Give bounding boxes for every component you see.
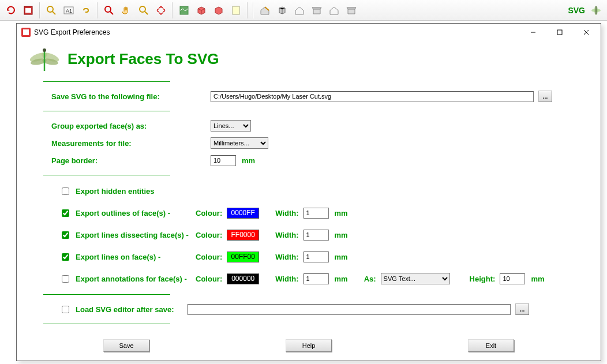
save-file-input[interactable] — [211, 91, 534, 102]
annot-width-input[interactable] — [304, 273, 329, 284]
svg-toolbar-label: SVG — [568, 6, 585, 15]
dragonfly-icon[interactable] — [589, 3, 604, 18]
toolbar-separator — [172, 2, 173, 18]
svg-rect-10 — [180, 6, 188, 14]
dialog-heading: Export Faces To SVG — [68, 50, 219, 68]
outlines-colour-input[interactable] — [227, 208, 259, 219]
annot-as-select[interactable]: SVG Text... — [381, 273, 450, 284]
toolbar-separator — [39, 2, 40, 18]
width-label: Width: — [275, 209, 298, 217]
export-outlines-checkbox[interactable] — [62, 209, 69, 217]
export-dissect-label: Export lines dissecting face(s) - — [76, 231, 191, 239]
note-icon[interactable] — [228, 3, 243, 18]
home-icon[interactable] — [257, 3, 272, 18]
mm-unit: mm — [335, 275, 348, 283]
outlines-width-input[interactable] — [304, 208, 329, 219]
window-icon[interactable] — [21, 3, 36, 18]
group-as-select[interactable]: Lines... — [211, 120, 251, 132]
svg-point-8 — [140, 6, 145, 12]
openbox2-icon[interactable] — [344, 3, 359, 18]
hand-icon[interactable] — [119, 3, 134, 18]
toolbar-separator — [253, 2, 254, 18]
export-outlines-label: Export outlines of face(s) - — [76, 209, 191, 217]
export-annotations-label: Export annotations for face(s) - — [76, 275, 191, 283]
section-separator — [43, 324, 170, 324]
lineson-width-input[interactable] — [304, 252, 329, 262]
text-a1-icon[interactable]: A1 — [61, 3, 76, 18]
editor-path-input[interactable] — [188, 304, 511, 315]
svg-point-2 — [47, 6, 53, 12]
svg-rect-16 — [557, 30, 562, 35]
export-lineson-checkbox[interactable] — [62, 253, 69, 261]
svg-text:A1: A1 — [66, 8, 72, 14]
map-icon[interactable] — [177, 3, 192, 18]
svg-line-9 — [145, 12, 148, 14]
section-separator — [43, 294, 170, 295]
annot-height-input[interactable] — [500, 273, 525, 284]
titlebar: SVG Export Preferences — [17, 24, 601, 41]
save-button[interactable]: Save — [103, 339, 149, 352]
box2-icon[interactable] — [211, 3, 226, 18]
colour-label: Colour: — [196, 231, 222, 239]
app-toolbar: A1 SVG — [0, 0, 607, 21]
browse-editor-button[interactable]: ... — [515, 303, 529, 315]
dragonfly-logo-icon — [28, 44, 61, 73]
mm-unit: mm — [335, 231, 348, 239]
section-separator — [43, 175, 170, 175]
width-label: Width: — [275, 253, 298, 261]
page-border-input[interactable] — [211, 155, 236, 166]
exit-button[interactable]: Exit — [468, 339, 514, 352]
dissect-colour-input[interactable] — [227, 230, 259, 241]
annot-colour-input[interactable] — [227, 273, 259, 284]
refresh-icon[interactable] — [3, 3, 18, 18]
section-separator — [43, 111, 170, 111]
maximize-button[interactable] — [546, 24, 573, 41]
measurements-select[interactable]: Millimeters... — [211, 137, 268, 149]
browse-file-button[interactable]: ... — [538, 91, 552, 102]
load-editor-label: Load SVG editor after save: — [76, 305, 183, 314]
page-border-label: Page border: — [51, 156, 173, 165]
svg-rect-11 — [233, 6, 239, 14]
group-as-label: Group exported face(s) as: — [51, 122, 173, 130]
dissect-width-input[interactable] — [304, 230, 329, 241]
home2-icon[interactable] — [292, 3, 307, 18]
mm-unit: mm — [335, 253, 348, 261]
load-editor-checkbox[interactable] — [62, 306, 69, 313]
as-label: As: — [364, 275, 376, 283]
toolbar-separator — [247, 2, 248, 18]
export-hidden-label: Export hidden entities — [76, 187, 155, 196]
zoom2-icon[interactable] — [136, 3, 151, 18]
export-dissect-checkbox[interactable] — [62, 231, 69, 239]
close-button[interactable] — [573, 24, 599, 41]
home3-icon[interactable] — [327, 3, 342, 18]
colour-label: Colour: — [196, 275, 222, 283]
export-annotations-checkbox[interactable] — [62, 275, 69, 283]
expand-icon[interactable] — [153, 3, 168, 18]
mm-unit: mm — [531, 275, 544, 283]
toolbar-separator — [97, 2, 98, 18]
svg-export-preferences-dialog: SVG Export Preferences Export Faces To S… — [16, 23, 601, 361]
svg-line-3 — [53, 12, 55, 14]
colour-label: Colour: — [196, 253, 222, 261]
svg-rect-1 — [25, 8, 31, 13]
cube-icon[interactable] — [275, 3, 290, 18]
box-icon[interactable] — [194, 3, 209, 18]
colour-label: Colour: — [196, 209, 222, 217]
zoom-red-icon[interactable] — [102, 3, 117, 18]
svg-line-7 — [110, 12, 113, 14]
link-icon[interactable] — [78, 3, 93, 18]
width-label: Width: — [275, 231, 298, 239]
minimize-button[interactable] — [520, 24, 546, 41]
mm-unit: mm — [335, 209, 348, 217]
dialog-body: Export Faces To SVG Save SVG to the foll… — [17, 41, 601, 361]
height-label: Height: — [470, 275, 496, 283]
help-button[interactable]: Help — [286, 339, 332, 352]
svg-point-6 — [105, 6, 111, 12]
save-file-label: Save SVG to the following file: — [51, 92, 173, 101]
dialog-title: SVG Export Preferences — [34, 28, 110, 36]
mm-unit: mm — [242, 156, 255, 165]
openbox-icon[interactable] — [309, 3, 324, 18]
lineson-colour-input[interactable] — [227, 252, 259, 262]
export-hidden-checkbox[interactable] — [62, 187, 69, 195]
zoom-icon[interactable] — [44, 3, 59, 18]
